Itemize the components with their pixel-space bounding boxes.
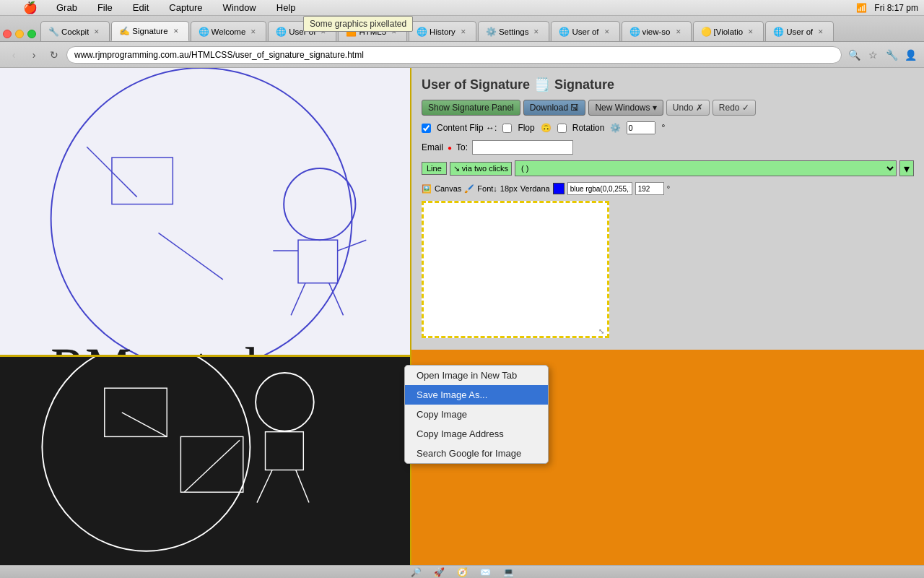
panel-buttons: Show Signature Panel Download 🖫 New Wind…	[422, 100, 914, 116]
download-btn[interactable]: Download 🖫	[523, 100, 586, 116]
tab-close-cockpit[interactable]: ✕	[92, 27, 102, 37]
back-button[interactable]: ‹	[6, 47, 22, 63]
forward-button[interactable]: ›	[26, 47, 42, 63]
email-to-label: To:	[456, 142, 468, 152]
tab-violation[interactable]: 🟡 [Violatio ✕	[693, 21, 764, 41]
context-open-new-tab[interactable]: Open Image in New Tab	[405, 366, 548, 385]
tab-close-history[interactable]: ✕	[458, 27, 468, 37]
canvas-area[interactable]: ⤡	[422, 201, 609, 338]
canvas-settings: 🖼️ Canvas 🖌️ Font↓ 18px Verdana °	[422, 182, 914, 195]
tab-viewso[interactable]: 🌐 view-so ✕	[622, 21, 692, 41]
close-button[interactable]	[3, 30, 12, 38]
svg-rect-12	[105, 388, 167, 436]
tab-label-signature: Signature	[132, 27, 167, 35]
undo-btn[interactable]: Undo ✗	[666, 100, 710, 116]
show-signature-btn[interactable]: Show Signature Panel	[422, 100, 520, 116]
menubar-right: 📶 Fri 8:17 pm	[856, 3, 918, 13]
context-save-image[interactable]: Save Image As...	[405, 385, 548, 405]
svg-line-7	[291, 283, 305, 316]
menu-edit[interactable]: Edit	[128, 2, 153, 13]
bookmark-icon[interactable]: ☆	[865, 47, 881, 63]
flop-checkbox[interactable]	[502, 124, 512, 133]
menu-file[interactable]: File	[93, 2, 117, 13]
tab-favicon-user1: 🌐	[276, 27, 286, 37]
tab-bar: 🔧 Cockpit ✕ ✍️ Signature ✕ 🌐 Welcome ✕ 🌐…	[0, 16, 924, 42]
tab-favicon-history: 🌐	[417, 27, 427, 37]
dock-finder[interactable]: 🔎	[406, 567, 426, 577]
tab-label-settings: Settings	[499, 27, 529, 36]
svg-line-8	[329, 283, 344, 316]
content-flip-checkbox[interactable]	[422, 124, 431, 133]
search-icon[interactable]: 🔍	[846, 47, 862, 63]
dock-safari[interactable]: 🧭	[452, 567, 472, 577]
tab-favicon-violation: 🟡	[701, 27, 711, 37]
rotation-input[interactable]	[627, 121, 655, 134]
rotation-degree: °	[661, 123, 665, 133]
email-row: Email ● To:	[422, 140, 914, 155]
menu-capture[interactable]: Capture	[165, 2, 206, 13]
dock: 🔎 🚀 🧭 ✉️ 💻	[0, 565, 924, 578]
svg-line-15	[184, 440, 240, 492]
line-select[interactable]: ( )	[515, 160, 897, 176]
panel-title-icon: 🗒️	[534, 77, 550, 92]
address-bar: ‹ › ↻ 🔍 ☆ 🔧 👤	[0, 42, 924, 68]
svg-point-11	[42, 357, 250, 551]
tab-history[interactable]: 🌐 History ✕	[409, 21, 476, 41]
tab-user-of-3[interactable]: 🌐 User of ✕	[765, 21, 834, 41]
context-menu: Open Image in New Tab Save Image As... C…	[404, 365, 549, 464]
rotation-label: Rotation	[572, 123, 605, 133]
svg-rect-4	[298, 240, 338, 283]
panel-subtitle: Signature	[554, 77, 614, 92]
tab-close-settings[interactable]: ✕	[531, 27, 541, 37]
canvas-resize-handle[interactable]: ⤡	[598, 327, 606, 335]
tab-close-welcome[interactable]: ✕	[248, 27, 258, 37]
drawing-bottom[interactable]	[0, 357, 410, 565]
canvas-num-input[interactable]	[635, 182, 664, 195]
email-label: Email	[422, 142, 443, 152]
tab-user-of-2[interactable]: 🌐 User of ✕	[551, 21, 619, 41]
rotation-checkbox[interactable]	[557, 124, 567, 133]
menu-help[interactable]: Help	[272, 2, 300, 13]
zoom-button[interactable]	[27, 30, 36, 38]
email-input[interactable]	[472, 140, 573, 155]
drawing-svg-bottom	[0, 357, 410, 565]
redo-btn[interactable]: Redo ✓	[712, 100, 756, 116]
svg-line-18	[257, 470, 272, 502]
flop-label: Flop	[518, 123, 534, 133]
canvas-color-swatch[interactable]	[553, 183, 565, 194]
tab-close-signature[interactable]: ✕	[171, 26, 181, 36]
extension-icon[interactable]: 🔧	[884, 47, 899, 63]
svg-line-19	[296, 470, 309, 502]
addressbar-icons: 🔍 ☆ 🔧 👤	[846, 47, 918, 63]
refresh-button[interactable]: ↻	[46, 47, 62, 63]
context-search-google[interactable]: Search Google for Image	[405, 444, 548, 463]
new-windows-btn[interactable]: New Windows ▾	[588, 100, 663, 116]
context-copy-image[interactable]: Copy Image	[405, 405, 548, 424]
tab-close-viewso[interactable]: ✕	[674, 27, 684, 37]
line-select-arrow[interactable]: ▾	[899, 160, 914, 176]
canvas-color-input[interactable]	[567, 182, 632, 195]
tab-welcome[interactable]: 🌐 Welcome ✕	[191, 21, 267, 41]
address-input[interactable]	[66, 46, 842, 64]
tab-close-user2[interactable]: ✕	[602, 27, 612, 37]
tab-signature[interactable]: ✍️ Signature ✕	[111, 21, 188, 41]
tab-close-user3[interactable]: ✕	[816, 27, 826, 37]
menu-grab[interactable]: Grab	[52, 2, 82, 13]
context-copy-image-address[interactable]: Copy Image Address	[405, 424, 548, 444]
menu-window[interactable]: Window	[219, 2, 261, 13]
tab-favicon-signature: ✍️	[119, 26, 129, 36]
dock-launchpad[interactable]: 🚀	[429, 567, 449, 577]
tab-cockpit[interactable]: 🔧 Cockpit ✕	[40, 21, 110, 41]
tab-close-violation[interactable]: ✕	[746, 27, 756, 37]
time-display: Fri 8:17 pm	[874, 3, 918, 13]
minimize-button[interactable]	[15, 30, 24, 38]
rotation-icon: ⚙️	[610, 123, 621, 133]
dock-terminal[interactable]: 💻	[498, 567, 518, 577]
drawing-top[interactable]: RMmeted	[0, 68, 410, 357]
dock-mail[interactable]: ✉️	[475, 567, 495, 577]
font-face-label: Verdana	[520, 184, 550, 193]
flop-icon: 🙃	[541, 123, 552, 133]
tab-settings[interactable]: ⚙️ Settings ✕	[478, 21, 550, 41]
account-icon[interactable]: 👤	[902, 47, 918, 63]
apple-menu[interactable]: 🍎	[23, 1, 38, 14]
